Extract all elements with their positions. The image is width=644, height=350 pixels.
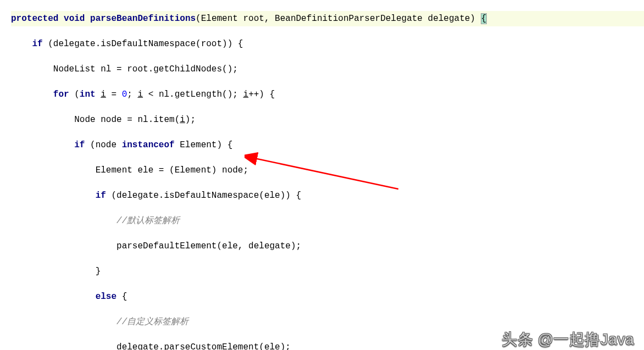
code-line: Node node = nl.item(i); [11,112,644,127]
var-i: i [101,90,106,99]
code-text [96,90,101,99]
keyword-void: void [64,14,85,24]
code-line: //默认标签解析 [11,213,644,229]
code-text: ; [127,90,137,99]
comment: //默认标签解析 [116,216,180,226]
code-text: (node [85,140,121,150]
code-text: Node node = nl.item( [74,115,180,125]
code-text: delegate.parseCustomElement(ele); [116,342,291,350]
var-i: i [180,115,185,125]
open-brace: { [481,13,487,24]
code-text: Element) { [175,140,233,150]
code-line: NodeList nl = root.getChildNodes(); [11,62,644,77]
close-brace: } [96,266,101,276]
code-text: (delegate.isDefaultNamespace(ele)) { [106,191,301,201]
code-text: = [106,90,122,99]
keyword-protected: protected [11,14,58,24]
code-text: ); [185,115,196,125]
method-name: parseBeanDefinitions [90,14,196,24]
code-text: { [116,292,127,302]
code-text: < nl.getLength(); [143,90,243,99]
keyword-int: int [80,90,96,99]
code-line: if (delegate.isDefaultNamespace(ele)) { [11,188,644,203]
code-text: (delegate.isDefaultNamespace(root)) { [43,39,243,49]
code-text: ++) { [248,90,275,99]
code-line: Element ele = (Element) node; [11,163,644,178]
code-line: } [11,264,644,279]
code-line: else { [11,289,644,304]
code-text: Element ele = (Element) node; [96,165,248,175]
code-line: if (delegate.isDefaultNamespace(root)) { [11,36,644,52]
method-params: (Element root, BeanDefinitionParserDeleg… [196,14,480,24]
code-line: //自定义标签解析 [11,314,644,330]
code-line: parseDefaultElement(ele, delegate); [11,238,644,254]
keyword-else: else [96,292,116,302]
keyword-if: if [32,39,42,49]
code-line: if (node instanceof Element) { [11,137,644,153]
keyword-instanceof: instanceof [122,140,175,150]
code-text: parseDefaultElement(ele, delegate); [116,241,301,251]
keyword-for: for [53,90,69,99]
watermark: 头条 @一起撸Java [502,329,634,350]
code-text: ( [69,90,80,99]
var-i: i [137,90,143,99]
var-i: i [243,90,249,99]
code-line: for (int i = 0; i < nl.getLength(); i++)… [11,87,644,102]
code-text: NodeList nl = root.getChildNodes(); [53,64,238,74]
keyword-if: if [96,191,106,201]
number-literal: 0 [122,90,127,99]
keyword-if: if [74,140,85,150]
comment: //自定义标签解析 [116,317,188,327]
code-line: protected void parseBeanDefinitions(Elem… [11,11,644,26]
code-block: protected void parseBeanDefinitions(Elem… [0,0,644,350]
